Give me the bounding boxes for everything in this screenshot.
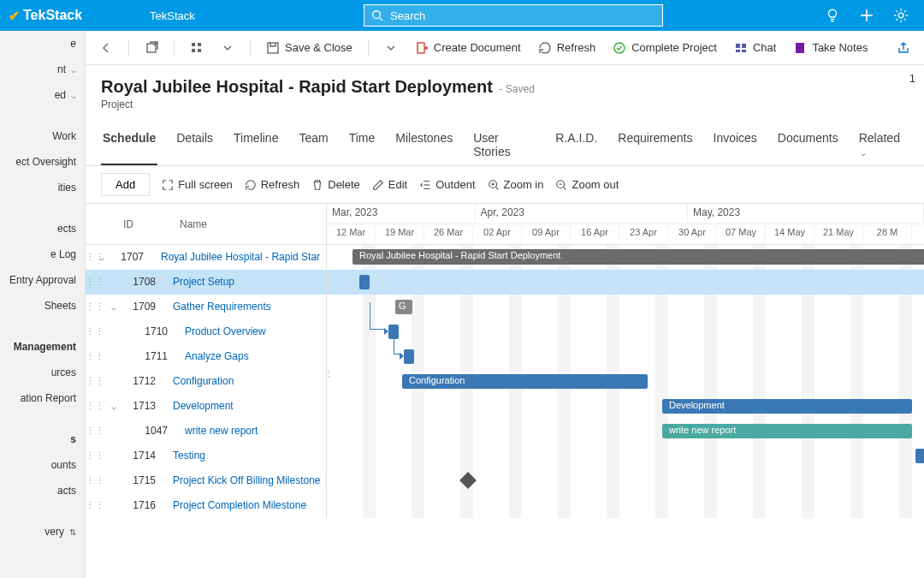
tab-user-stories[interactable]: User Stories (471, 124, 536, 165)
nav-item[interactable]: Sheets (0, 293, 85, 319)
tab-milestones[interactable]: Milestones (394, 124, 454, 165)
nav-item[interactable]: nt⌵ (0, 57, 85, 82)
task-row[interactable]: ⋮⋮⌵1713Development (86, 394, 326, 419)
drag-handle-icon[interactable]: ⋮⋮ (86, 351, 99, 362)
task-row[interactable]: ⋮⋮1712Configuration (86, 369, 326, 394)
nav-item[interactable]: e Log (0, 241, 85, 267)
task-row[interactable]: ⋮⋮⌵1707Royal Jubilee Hospital - Rapid St… (86, 245, 326, 270)
search-input[interactable] (390, 9, 655, 22)
chat-button[interactable]: Chat (729, 38, 781, 58)
expand-toggle-icon[interactable]: ⌵ (111, 402, 123, 411)
drag-handle-icon[interactable]: ⋮⋮ (86, 401, 99, 412)
tab-related[interactable]: Related ⌵ (857, 124, 909, 165)
week-label: 09 Apr (522, 224, 571, 245)
outdent-button[interactable]: Outdent (419, 178, 475, 191)
nav-item[interactable]: e (0, 31, 85, 57)
tab-invoices[interactable]: Invoices (712, 124, 759, 165)
drag-handle-icon[interactable]: ⋮⋮ (86, 252, 99, 263)
nav-section[interactable]: Management (0, 334, 85, 360)
zoom-in-button[interactable]: Zoom in (488, 178, 544, 191)
nav-item[interactable]: ities (0, 175, 85, 200)
task-name-link[interactable]: write new report (175, 425, 326, 437)
complete-project-button[interactable]: Complete Project (607, 38, 722, 58)
task-name-link[interactable]: Product Overview (175, 325, 326, 337)
task-id: 1711 (135, 350, 175, 362)
task-row[interactable]: ⋮⋮1715Project Kick Off Billing Milestone (86, 468, 326, 493)
take-notes-button[interactable]: Take Notes (788, 38, 873, 58)
fullscreen-button[interactable]: Full screen (162, 178, 233, 191)
zoom-out-button[interactable]: Zoom out (555, 178, 619, 191)
nav-item[interactable]: Entry Approval (0, 267, 85, 293)
tab-timeline[interactable]: Timeline (232, 124, 280, 165)
task-row[interactable]: ⋮⋮1716Project Completion Milestone (86, 493, 326, 518)
task-name-link[interactable]: Configuration (163, 375, 326, 387)
share-button[interactable] (891, 38, 915, 58)
task-row[interactable]: ⋮⋮1711Analyze Gaps (86, 344, 326, 369)
week-label: 21 May (814, 224, 863, 245)
split-handle-icon[interactable]: ⋮ (326, 211, 331, 535)
create-document-button[interactable]: Create Document (410, 38, 526, 58)
search-box[interactable] (364, 4, 663, 27)
refresh-button[interactable]: Refresh (533, 38, 601, 58)
tab-schedule[interactable]: Schedule (101, 124, 157, 165)
drag-handle-icon[interactable]: ⋮⋮ (86, 326, 99, 337)
drag-handle-icon[interactable]: ⋮⋮ (86, 376, 99, 387)
nav-item[interactable]: ation Report (0, 385, 85, 411)
nav-item[interactable]: ed⌵ (0, 82, 85, 108)
task-row[interactable]: ⋮⋮1714Testing (86, 444, 326, 468)
drag-handle-icon[interactable]: ⋮⋮ (86, 500, 99, 511)
delete-button[interactable]: Delete (311, 178, 360, 191)
task-name-link[interactable]: Testing (163, 450, 326, 462)
nav-item[interactable]: acts (0, 478, 85, 504)
save-dropdown[interactable] (379, 38, 403, 58)
tab-requirements[interactable]: Requirements (616, 124, 694, 165)
task-name-link[interactable]: Project Kick Off Billing Milestone (163, 474, 326, 486)
col-id[interactable]: ID (86, 204, 171, 244)
task-name-link[interactable]: Gather Requirements (163, 301, 326, 313)
drag-handle-icon[interactable]: ⋮⋮ (86, 475, 99, 486)
tab-documents[interactable]: Documents (776, 124, 840, 165)
open-new-button[interactable] (139, 38, 163, 58)
task-name-link[interactable]: Project Completion Milestone (163, 499, 326, 511)
week-label: 23 Apr (619, 224, 668, 245)
drag-handle-icon[interactable]: ⋮⋮ (86, 301, 99, 313)
tab-raid[interactable]: R.A.I.D. (554, 124, 599, 165)
add-button[interactable]: Add (101, 173, 150, 196)
drag-handle-icon[interactable]: ⋮⋮ (86, 277, 99, 288)
task-row[interactable]: ⋮⋮1710Product Overview (86, 319, 326, 344)
tab-time[interactable]: Time (347, 124, 377, 165)
refresh-gantt-button[interactable]: Refresh (245, 178, 300, 191)
gear-icon[interactable] (893, 8, 909, 23)
task-name-link[interactable]: Development (163, 400, 326, 412)
nav-item[interactable]: urces (0, 360, 85, 385)
nav-item[interactable]: Work (0, 123, 85, 149)
gantt-timeline[interactable]: Mar, 2023Apr, 2023May, 2023 12 Mar19 Mar… (327, 204, 924, 518)
task-row[interactable]: ⋮⋮1708Project Setup (86, 270, 326, 295)
view-dropdown[interactable] (216, 38, 240, 58)
edit-button[interactable]: Edit (372, 178, 407, 191)
task-name-link[interactable]: Analyze Gaps (175, 350, 326, 362)
lightbulb-icon[interactable] (825, 8, 840, 23)
drag-handle-icon[interactable]: ⋮⋮ (86, 426, 99, 437)
task-name-link[interactable]: Project Setup (163, 276, 326, 288)
nav-item[interactable]: very⇅ (0, 519, 85, 545)
gantt-toolbar: Add Full screen Refresh Delete Edit Outd… (86, 166, 924, 204)
nav-item[interactable]: ects (0, 216, 85, 241)
view-button[interactable] (185, 38, 209, 58)
task-row[interactable]: ⋮⋮1047write new report (86, 419, 326, 444)
drag-handle-icon[interactable]: ⋮⋮ (86, 450, 99, 462)
tab-details[interactable]: Details (175, 124, 215, 165)
back-button[interactable] (94, 38, 118, 58)
nav-item[interactable]: ect Oversight (0, 149, 85, 175)
task-name-link[interactable]: Royal Jubilee Hospital - Rapid Star (151, 251, 326, 263)
nav-item[interactable]: ounts (0, 452, 85, 478)
svg-line-31 (564, 187, 566, 189)
plus-icon[interactable] (859, 8, 874, 23)
col-name[interactable]: Name (171, 204, 326, 244)
tab-team[interactable]: Team (297, 124, 329, 165)
expand-toggle-icon[interactable]: ⌵ (99, 253, 111, 262)
task-row[interactable]: ⋮⋮⌵1709Gather Requirements (86, 295, 326, 319)
expand-toggle-icon[interactable]: ⌵ (111, 302, 123, 312)
save-close-button[interactable]: Save & Close (261, 38, 358, 58)
nav-section[interactable]: s (0, 426, 85, 452)
